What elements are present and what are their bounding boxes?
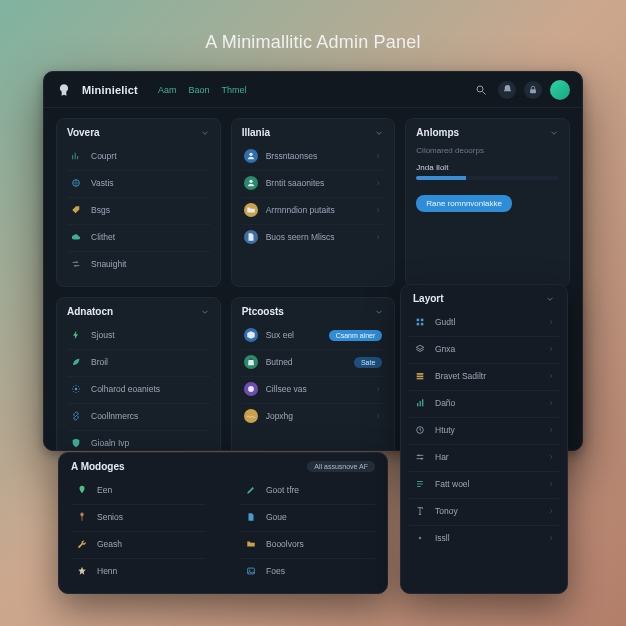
list-item[interactable]: Htuty	[409, 417, 559, 442]
list-item[interactable]: Sux eelCsanm alner	[242, 323, 385, 347]
search-icon[interactable]	[472, 81, 490, 99]
card-anlomps: Anlomps Cilomared deoorps Jnda Ilolt Ran…	[405, 118, 570, 287]
svg-rect-17	[417, 376, 424, 378]
chevron-down-icon[interactable]	[200, 307, 210, 317]
list-item[interactable]: Bravet Sadiltr	[409, 363, 559, 388]
list-item[interactable]: Clithet	[67, 224, 210, 249]
dot-icon	[413, 531, 427, 545]
card-subtitle: Cilomared deoorps	[416, 146, 559, 155]
nav-link-0[interactable]: Aam	[158, 85, 177, 95]
bell-icon[interactable]	[498, 81, 516, 99]
chevron-down-icon[interactable]	[545, 294, 555, 304]
svg-rect-9	[82, 516, 83, 521]
list-item[interactable]: Daño	[409, 390, 559, 415]
list-item[interactable]: Fatt woel	[409, 471, 559, 496]
list-item[interactable]: Colharod eoaniets	[67, 376, 210, 401]
card-adnatocn: Adnatocn SjoustBroilColharod eoanietsCoo…	[56, 297, 221, 450]
lock-icon[interactable]	[524, 81, 542, 99]
list-item-label: Brntit saaonites	[266, 178, 367, 188]
svg-point-6	[75, 388, 78, 391]
list-item[interactable]: ButnedSate	[242, 349, 385, 374]
chevron-right-icon	[547, 453, 555, 461]
primary-button[interactable]: Rane romnnvonlakke	[416, 195, 512, 212]
panel-layort: Layort GudtlGnxaBravet SadiltrDañoHtutyH…	[400, 284, 568, 594]
list-item[interactable]: Henn	[71, 558, 206, 583]
chevron-down-icon[interactable]	[374, 307, 384, 317]
list-item[interactable]: Geash	[71, 531, 206, 556]
chevron-right-icon	[547, 318, 555, 326]
card-title: A Modoges	[71, 461, 125, 472]
list-item-label: Vastis	[91, 178, 208, 188]
pin-icon	[75, 483, 89, 497]
list-item-label: Gioaln Ivp	[91, 438, 208, 448]
layers-icon	[413, 342, 427, 356]
list-item[interactable]: Buos seern Mliscs	[242, 224, 385, 249]
list-item[interactable]: Brntit saaonites	[242, 170, 385, 195]
list-item[interactable]: Arrnnndion putaits	[242, 197, 385, 222]
list-item[interactable]: Goue	[240, 504, 375, 529]
list-item[interactable]: Couprt	[67, 144, 210, 168]
list-item-label: Bsgs	[91, 205, 208, 215]
list-item-label: Snauighit	[91, 259, 208, 269]
list-item-label: Een	[97, 485, 202, 495]
svg-point-7	[248, 386, 254, 392]
list-item[interactable]: Bsgs	[67, 197, 210, 222]
list-item[interactable]: Gudtl	[409, 310, 559, 334]
list-item[interactable]: Een	[71, 478, 206, 502]
page-title: A Minimallitic Admin Panel	[205, 32, 420, 53]
card-vovera: Vovera CouprtVastisBsgsClithetSnauighit	[56, 118, 221, 287]
list-item[interactable]: Jopxhg	[242, 403, 385, 428]
filter-badge[interactable]: All assusnove AF	[307, 461, 375, 472]
list-item[interactable]: Snauighit	[67, 251, 210, 276]
chevron-down-icon[interactable]	[549, 128, 559, 138]
svg-line-1	[483, 91, 486, 94]
list-item-label: Senios	[97, 512, 202, 522]
image-icon	[244, 564, 258, 578]
wave-icon	[244, 409, 258, 423]
list-item[interactable]: Cillsee vas	[242, 376, 385, 401]
chevron-right-icon	[374, 233, 382, 241]
chevron-right-icon	[547, 399, 555, 407]
list-item[interactable]: Goot tfre	[240, 478, 375, 502]
svg-rect-13	[421, 319, 424, 322]
shield-icon	[69, 436, 83, 450]
doc-icon	[244, 230, 258, 244]
leaf-icon	[69, 355, 83, 369]
list-item[interactable]: Senios	[71, 504, 206, 529]
gear-icon	[69, 382, 83, 396]
list-item[interactable]: Tonoy	[409, 498, 559, 523]
nav-link-1[interactable]: Baon	[189, 85, 210, 95]
chevron-right-icon	[547, 480, 555, 488]
titlebar: Mininielict Aam Baon Thmel	[44, 72, 582, 108]
list-item[interactable]: Sjoust	[67, 323, 210, 347]
list-item[interactable]: Har	[409, 444, 559, 469]
list-item[interactable]: Brssntaonses	[242, 144, 385, 168]
svg-rect-19	[417, 403, 418, 406]
svg-rect-15	[421, 323, 424, 326]
nav-link-2[interactable]: Thmel	[222, 85, 247, 95]
list-item-label: Jopxhg	[266, 411, 367, 421]
list-item[interactable]: Broil	[67, 349, 210, 374]
list-item[interactable]: Gioaln Ivp	[67, 430, 210, 450]
bag-icon	[244, 355, 258, 369]
list-item-label: Broil	[91, 357, 208, 367]
chevron-down-icon[interactable]	[200, 128, 210, 138]
tag-icon	[69, 203, 83, 217]
list-item-label: Bravet Sadiltr	[435, 371, 539, 381]
list-item-label: Coollnmercs	[91, 411, 208, 421]
avatar[interactable]	[550, 80, 570, 100]
user-icon	[244, 176, 258, 190]
cloud-icon	[69, 230, 83, 244]
list-item-label: Tonoy	[435, 506, 539, 516]
chevron-down-icon[interactable]	[374, 128, 384, 138]
list-item[interactable]: Gnxa	[409, 336, 559, 361]
chevron-right-icon	[547, 345, 555, 353]
box-icon	[244, 328, 258, 342]
list-item[interactable]: Issll	[409, 525, 559, 550]
list-item[interactable]: Booolvors	[240, 531, 375, 556]
list-item[interactable]: Coollnmercs	[67, 403, 210, 428]
list-item[interactable]: Vastis	[67, 170, 210, 195]
chevron-right-icon	[547, 426, 555, 434]
list-item[interactable]: Foes	[240, 558, 375, 583]
list-item-label: Fatt woel	[435, 479, 539, 489]
